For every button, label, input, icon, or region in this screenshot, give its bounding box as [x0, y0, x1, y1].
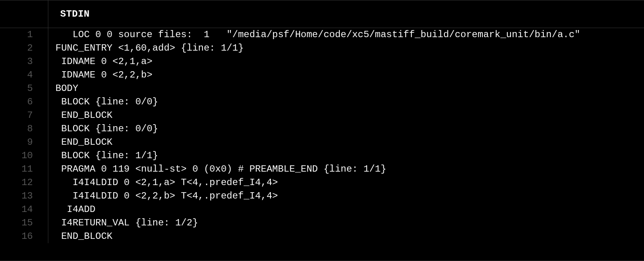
code-line[interactable]: 14 I4ADD	[0, 203, 644, 216]
code-line[interactable]: 8 BLOCK {line: 0/0}	[0, 122, 644, 136]
line-text: END_BLOCK	[48, 136, 112, 149]
line-number: 6	[0, 95, 48, 109]
line-number: 2	[0, 42, 48, 55]
line-number: 10	[0, 149, 48, 163]
line-number: 11	[0, 163, 48, 176]
line-text: FUNC_ENTRY <1,60,add> {line: 1/1}	[48, 42, 244, 55]
line-number: 8	[0, 122, 48, 136]
line-text: I4I4LDID 0 <2,2,b> T<4,.predef_I4,4>	[48, 189, 278, 203]
code-line[interactable]: 1 LOC 0 0 source files: 1 "/media/psf/Ho…	[0, 28, 644, 42]
code-line[interactable]: 2FUNC_ENTRY <1,60,add> {line: 1/1}	[0, 42, 644, 55]
line-text: LOC 0 0 source files: 1 "/media/psf/Home…	[48, 28, 580, 42]
code-line[interactable]: 5BODY	[0, 82, 644, 95]
code-line[interactable]: 7 END_BLOCK	[0, 109, 644, 122]
code-line[interactable]: 13 I4I4LDID 0 <2,2,b> T<4,.predef_I4,4>	[0, 189, 644, 203]
code-line[interactable]: 15 I4RETURN_VAL {line: 1/2}	[0, 216, 644, 230]
code-line[interactable]: 16 END_BLOCK	[0, 230, 644, 243]
code-line[interactable]: 4 IDNAME 0 <2,2,b>	[0, 68, 644, 82]
line-text: I4RETURN_VAL {line: 1/2}	[48, 216, 198, 230]
line-text: PRAGMA 0 119 <null-st> 0 (0x0) # PREAMBL…	[48, 163, 386, 176]
line-text: END_BLOCK	[48, 230, 112, 243]
line-text: I4I4LDID 0 <2,1,a> T<4,.predef_I4,4>	[48, 176, 278, 189]
code-line[interactable]: 10 BLOCK {line: 1/1}	[0, 149, 644, 163]
line-number: 1	[0, 28, 48, 42]
code-area[interactable]: 1 LOC 0 0 source files: 1 "/media/psf/Ho…	[0, 28, 644, 261]
code-viewer: STDIN 1 LOC 0 0 source files: 1 "/media/…	[0, 0, 644, 261]
line-number: 16	[0, 230, 48, 243]
code-line[interactable]: 11 PRAGMA 0 119 <null-st> 0 (0x0) # PREA…	[0, 163, 644, 176]
line-number: 14	[0, 203, 48, 216]
code-line[interactable]: 12 I4I4LDID 0 <2,1,a> T<4,.predef_I4,4>	[0, 176, 644, 189]
line-text: END_BLOCK	[48, 109, 112, 122]
line-number: 4	[0, 68, 48, 82]
line-text: IDNAME 0 <2,2,b>	[48, 68, 152, 82]
line-text: BODY	[48, 82, 78, 95]
line-number: 12	[0, 176, 48, 189]
line-number: 3	[0, 55, 48, 68]
panel-title: STDIN	[48, 0, 644, 28]
line-text: BLOCK {line: 0/0}	[48, 122, 158, 136]
line-text: BLOCK {line: 1/1}	[48, 149, 158, 163]
code-line[interactable]: 9 END_BLOCK	[0, 136, 644, 149]
line-number: 5	[0, 82, 48, 95]
line-number: 15	[0, 216, 48, 230]
header-row: STDIN	[0, 0, 644, 28]
line-text: BLOCK {line: 0/0}	[48, 95, 158, 109]
line-text: I4ADD	[48, 203, 95, 216]
line-number: 9	[0, 136, 48, 149]
code-line[interactable]: 3 IDNAME 0 <2,1,a>	[0, 55, 644, 68]
code-line[interactable]: 6 BLOCK {line: 0/0}	[0, 95, 644, 109]
line-number: 13	[0, 189, 48, 203]
line-number: 7	[0, 109, 48, 122]
line-text: IDNAME 0 <2,1,a>	[48, 55, 152, 68]
gutter-header-spacer	[0, 0, 48, 28]
